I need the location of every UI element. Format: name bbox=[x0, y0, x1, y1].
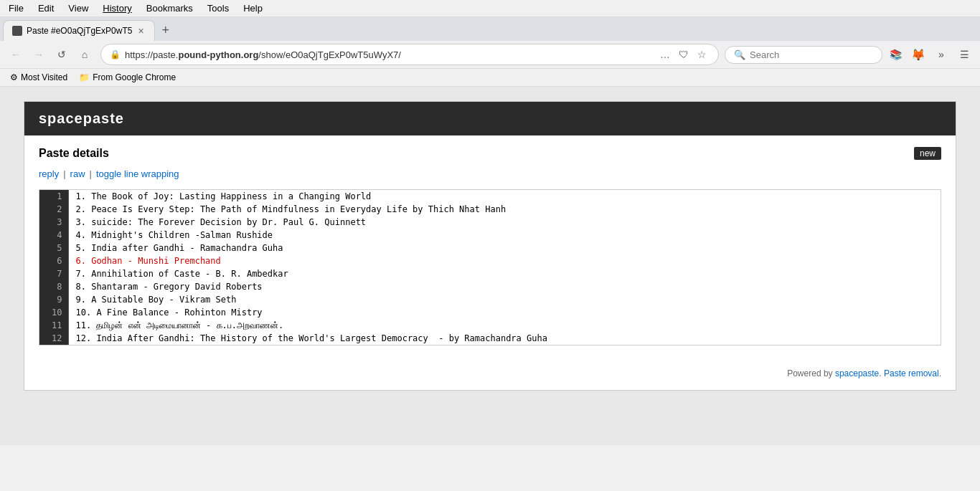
active-tab[interactable]: Paste #eO0aQjTgExP0wT5 × bbox=[3, 20, 155, 41]
tab-title: Paste #eO0aQjTgExP0wT5 bbox=[27, 26, 132, 36]
paste-details-header: Paste details new bbox=[39, 147, 941, 160]
hamburger-menu-button[interactable]: ☰ bbox=[954, 44, 974, 65]
url-display: https://paste.pound-python.org/show/eO0a… bbox=[125, 49, 653, 60]
table-row: 77. Annihilation of Caste - B. R. Ambedk… bbox=[39, 267, 941, 280]
forward-button[interactable] bbox=[29, 44, 49, 65]
url-path: /show/eO0aQjTgExP0wT5uWyX7/ bbox=[258, 49, 401, 60]
line-content: 8. Shantaram - Gregory David Roberts bbox=[68, 280, 941, 293]
line-number: 9 bbox=[39, 293, 68, 306]
menu-bar: File Edit View History Bookmarks Tools H… bbox=[0, 0, 980, 17]
library-icon: 📚 bbox=[890, 49, 902, 60]
paste-details-title: Paste details bbox=[39, 147, 109, 160]
code-block: 11. The Book of Joy: Lasting Happiness i… bbox=[39, 189, 941, 345]
line-content: 2. Peace Is Every Step: The Path of Mind… bbox=[68, 203, 941, 216]
reply-link[interactable]: reply bbox=[39, 168, 59, 179]
bookmark-star-button[interactable]: ☆ bbox=[694, 47, 710, 62]
line-number: 1 bbox=[39, 190, 68, 203]
paste-actions: reply | raw | toggle line wrapping bbox=[39, 168, 941, 179]
hamburger-icon: ☰ bbox=[960, 49, 969, 60]
nav-right-actions: 📚 🦊 » ☰ bbox=[885, 44, 974, 65]
shield-icon: 🛡 bbox=[679, 49, 689, 60]
table-row: 11. The Book of Joy: Lasting Happiness i… bbox=[39, 190, 941, 203]
back-button[interactable] bbox=[6, 44, 26, 65]
bookmark-most-visited[interactable]: ⚙ Most Visited bbox=[7, 71, 70, 84]
shield-button[interactable]: 🛡 bbox=[676, 47, 692, 62]
home-button[interactable] bbox=[75, 44, 95, 65]
overflow-button[interactable]: » bbox=[931, 44, 951, 65]
home-icon bbox=[82, 49, 88, 60]
star-icon: ☆ bbox=[697, 49, 707, 60]
bookmarks-bar: ⚙ Most Visited 📁 From Google Chrome bbox=[0, 69, 980, 87]
address-bar-actions: … 🛡 ☆ bbox=[657, 47, 710, 62]
separator-2: | bbox=[90, 168, 92, 179]
tab-favicon bbox=[12, 26, 22, 36]
tab-close-button[interactable]: × bbox=[136, 25, 145, 37]
site-name: spacepaste bbox=[39, 110, 124, 126]
address-bar[interactable]: 🔒 https://paste.pound-python.org/show/eO… bbox=[100, 44, 719, 65]
toggle-wrap-link[interactable]: toggle line wrapping bbox=[96, 168, 179, 179]
url-scheme: https://paste. bbox=[125, 49, 178, 60]
footer-separator: . bbox=[879, 368, 884, 378]
line-number: 6 bbox=[39, 254, 68, 267]
line-content: 10. A Fine Balance - Rohinton Mistry bbox=[68, 306, 941, 319]
table-row: 55. India after Gandhi - Ramachandra Guh… bbox=[39, 242, 941, 254]
firefox-account-button[interactable]: 🦊 bbox=[908, 44, 928, 65]
spacepaste-link[interactable]: spacepaste bbox=[835, 368, 879, 378]
site-header: spacepaste bbox=[24, 102, 956, 135]
tab-bar: Paste #eO0aQjTgExP0wT5 × + bbox=[0, 17, 980, 41]
line-content: 1. The Book of Joy: Lasting Happiness in… bbox=[68, 190, 941, 203]
url-domain: pound-python.org bbox=[178, 49, 258, 60]
line-number: 12 bbox=[39, 332, 68, 345]
nav-bar: 🔒 https://paste.pound-python.org/show/eO… bbox=[0, 41, 980, 69]
table-row: 99. A Suitable Boy - Vikram Seth bbox=[39, 293, 941, 306]
table-row: 44. Midnight's Children -Salman Rushide bbox=[39, 229, 941, 242]
secure-lock-icon: 🔒 bbox=[110, 49, 121, 59]
table-row: 1010. A Fine Balance - Rohinton Mistry bbox=[39, 306, 941, 319]
line-number: 3 bbox=[39, 216, 68, 229]
menu-history[interactable]: History bbox=[100, 1, 134, 15]
line-content: 7. Annihilation of Caste - B. R. Ambedka… bbox=[68, 267, 941, 280]
menu-view[interactable]: View bbox=[65, 1, 91, 15]
search-input[interactable] bbox=[750, 49, 873, 60]
line-number: 5 bbox=[39, 242, 68, 254]
paste-details-section: Paste details new reply | raw | toggle l… bbox=[24, 135, 956, 357]
line-content: 6. Godhan - Munshi Premchand bbox=[68, 254, 941, 267]
new-tab-button[interactable]: + bbox=[156, 20, 176, 41]
line-content: 3. suicide: The Forever Decision by Dr. … bbox=[68, 216, 941, 229]
content-card: spacepaste Paste details new reply | raw… bbox=[24, 101, 956, 391]
reload-button[interactable] bbox=[52, 44, 72, 65]
table-row: 33. suicide: The Forever Decision by Dr.… bbox=[39, 216, 941, 229]
line-number: 8 bbox=[39, 280, 68, 293]
bookmark-from-chrome[interactable]: 📁 From Google Chrome bbox=[76, 71, 179, 84]
raw-link[interactable]: raw bbox=[70, 168, 85, 179]
line-number: 4 bbox=[39, 229, 68, 242]
new-badge: new bbox=[914, 147, 941, 160]
gear-icon: ⚙ bbox=[10, 72, 18, 82]
more-options-button[interactable]: … bbox=[657, 47, 673, 62]
back-icon bbox=[11, 49, 21, 60]
menu-bookmarks[interactable]: Bookmarks bbox=[143, 1, 196, 15]
paste-removal-link[interactable]: Paste removal bbox=[884, 368, 939, 378]
line-content: 4. Midnight's Children -Salman Rushide bbox=[68, 229, 941, 242]
footer-end: . bbox=[939, 368, 941, 378]
table-row: 22. Peace Is Every Step: The Path of Min… bbox=[39, 203, 941, 216]
code-table: 11. The Book of Joy: Lasting Happiness i… bbox=[39, 190, 941, 345]
search-icon: 🔍 bbox=[734, 49, 745, 60]
footer-powered-by: Powered by bbox=[787, 368, 835, 378]
table-row: 1212. India After Gandhi: The History of… bbox=[39, 332, 941, 345]
table-row: 1111. தமிழன் என் அடிமையானான் - க.ப.அறவாண… bbox=[39, 319, 941, 332]
menu-edit[interactable]: Edit bbox=[35, 1, 57, 15]
line-number: 11 bbox=[39, 319, 68, 332]
account-icon: 🦊 bbox=[911, 48, 925, 62]
forward-icon bbox=[34, 49, 44, 60]
library-button[interactable]: 📚 bbox=[885, 44, 905, 65]
search-bar[interactable]: 🔍 bbox=[725, 46, 882, 64]
paste-footer: Powered by spacepaste. Paste removal. bbox=[24, 357, 956, 390]
menu-tools[interactable]: Tools bbox=[204, 1, 232, 15]
line-content: 9. A Suitable Boy - Vikram Seth bbox=[68, 293, 941, 306]
menu-file[interactable]: File bbox=[6, 1, 27, 15]
line-content: 12. India After Gandhi: The History of t… bbox=[68, 332, 941, 345]
overflow-icon: » bbox=[938, 49, 944, 60]
line-number: 10 bbox=[39, 306, 68, 319]
menu-help[interactable]: Help bbox=[240, 1, 265, 15]
